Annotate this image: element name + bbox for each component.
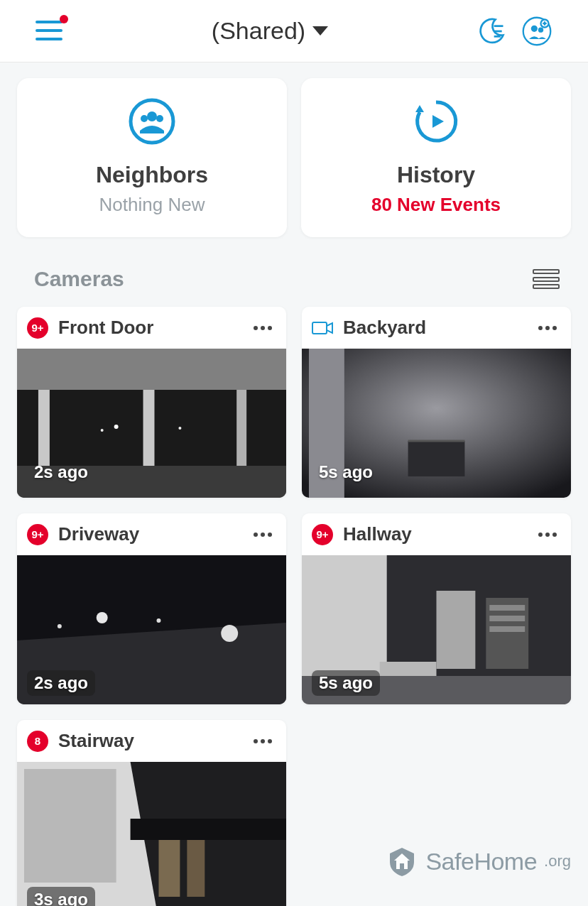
shield-house-icon bbox=[386, 845, 418, 878]
history-tile[interactable]: History 80 New Events bbox=[301, 78, 571, 237]
svg-point-32 bbox=[97, 612, 108, 623]
alert-count-badge: 9+ bbox=[312, 524, 333, 545]
svg-rect-40 bbox=[489, 605, 525, 611]
app-header: (Shared) bbox=[0, 0, 588, 62]
svg-marker-14 bbox=[432, 115, 444, 128]
camera-grid: 9+ Front Door 2s ago Backyard bbox=[0, 298, 588, 906]
camera-timestamp: 5s ago bbox=[312, 459, 380, 485]
camera-menu-button[interactable] bbox=[251, 528, 275, 541]
alert-count-badge: 8 bbox=[27, 731, 48, 752]
camera-thumbnail[interactable] bbox=[17, 762, 286, 906]
neighbors-tile[interactable]: Neighbors Nothing New bbox=[17, 78, 287, 237]
svg-rect-47 bbox=[24, 769, 116, 883]
camera-card-header: Backyard bbox=[302, 307, 571, 349]
camera-card-stairway[interactable]: 8 Stairway 3s ago bbox=[17, 720, 286, 906]
watermark-brand: SafeHome bbox=[425, 848, 537, 875]
camera-card-header: 8 Stairway bbox=[17, 720, 286, 762]
svg-point-34 bbox=[58, 624, 62, 628]
svg-rect-48 bbox=[158, 833, 180, 897]
svg-point-11 bbox=[141, 115, 148, 122]
camera-card-backyard[interactable]: Backyard 5s ago bbox=[302, 307, 571, 498]
svg-point-5 bbox=[538, 27, 543, 32]
svg-point-33 bbox=[221, 625, 238, 642]
svg-rect-28 bbox=[408, 441, 465, 476]
cameras-section-header: Cameras bbox=[0, 251, 588, 298]
camera-card-header: 9+ Driveway bbox=[17, 513, 286, 555]
location-selector[interactable]: (Shared) bbox=[78, 17, 462, 45]
camera-name: Stairway bbox=[58, 730, 241, 752]
people-plus-icon bbox=[521, 16, 552, 47]
svg-point-35 bbox=[156, 618, 160, 623]
camera-timestamp: 2s ago bbox=[27, 670, 95, 696]
camera-timestamp: 2s ago bbox=[27, 459, 95, 485]
watermark: SafeHome .org bbox=[386, 845, 571, 878]
add-shared-user-button[interactable] bbox=[521, 16, 552, 47]
history-icon bbox=[413, 98, 459, 145]
camera-menu-button[interactable] bbox=[535, 322, 560, 334]
camera-name: Front Door bbox=[58, 317, 241, 339]
menu-button[interactable] bbox=[36, 21, 64, 42]
svg-rect-18 bbox=[143, 390, 155, 475]
svg-rect-19 bbox=[236, 390, 246, 475]
svg-point-12 bbox=[156, 115, 163, 122]
neighbors-subtitle: Nothing New bbox=[24, 194, 280, 216]
svg-rect-42 bbox=[489, 626, 525, 632]
alert-count-badge: 9+ bbox=[27, 317, 48, 339]
cameras-section-title: Cameras bbox=[34, 267, 124, 291]
camera-card-header: 9+ Hallway bbox=[302, 513, 571, 555]
camera-card-hallway[interactable]: 9+ Hallway 5s ago bbox=[302, 513, 571, 704]
svg-rect-38 bbox=[437, 591, 476, 669]
svg-rect-49 bbox=[187, 840, 205, 897]
camera-name: Backyard bbox=[343, 317, 526, 339]
neighbors-icon bbox=[129, 98, 175, 145]
svg-point-22 bbox=[101, 429, 104, 432]
view-toggle-button[interactable] bbox=[533, 269, 560, 289]
svg-rect-16 bbox=[17, 349, 286, 390]
camera-timestamp: 3s ago bbox=[27, 887, 95, 906]
location-label: (Shared) bbox=[212, 17, 305, 45]
watermark-suffix: .org bbox=[544, 852, 571, 870]
camera-card-front-door[interactable]: 9+ Front Door 2s ago bbox=[17, 307, 286, 498]
camera-card-driveway[interactable]: 9+ Driveway 2s ago bbox=[17, 513, 286, 704]
svg-point-21 bbox=[114, 425, 119, 429]
notification-dot-icon bbox=[60, 15, 68, 23]
svg-point-10 bbox=[147, 111, 157, 121]
camera-name: Hallway bbox=[343, 523, 526, 545]
svg-rect-50 bbox=[131, 819, 286, 840]
svg-rect-24 bbox=[312, 322, 327, 334]
svg-marker-25 bbox=[327, 323, 332, 333]
camera-menu-button[interactable] bbox=[535, 528, 560, 541]
neighbors-title: Neighbors bbox=[24, 162, 280, 188]
chevron-down-icon bbox=[312, 26, 328, 36]
camera-icon bbox=[312, 320, 333, 337]
moon-icon bbox=[476, 16, 507, 47]
camera-menu-button[interactable] bbox=[251, 735, 275, 748]
camera-timestamp: 5s ago bbox=[312, 670, 380, 696]
history-title: History bbox=[308, 162, 564, 188]
history-subtitle: 80 New Events bbox=[308, 194, 564, 216]
camera-card-header: 9+ Front Door bbox=[17, 307, 286, 349]
alert-count-badge: 9+ bbox=[27, 524, 48, 545]
svg-rect-53 bbox=[400, 863, 404, 869]
svg-point-4 bbox=[531, 25, 538, 31]
night-mode-button[interactable] bbox=[476, 16, 507, 47]
camera-menu-button[interactable] bbox=[251, 322, 275, 334]
svg-point-23 bbox=[178, 427, 181, 430]
svg-rect-41 bbox=[489, 616, 525, 621]
camera-name: Driveway bbox=[58, 523, 241, 545]
svg-marker-13 bbox=[415, 105, 424, 112]
summary-tiles: Neighbors Nothing New History 80 New Eve… bbox=[0, 62, 588, 251]
